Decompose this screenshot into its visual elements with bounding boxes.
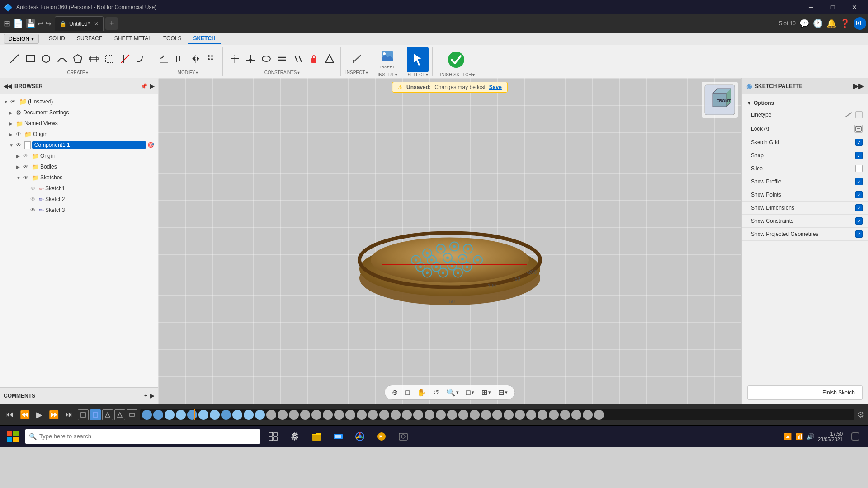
- fillet-tool-button[interactable]: [134, 50, 148, 68]
- tab-sheet-metal[interactable]: SHEET METAL: [109, 33, 157, 44]
- tree-item-bodies[interactable]: ▶ 👁 📁 Bodies: [0, 161, 158, 172]
- comments-add-icon[interactable]: +: [144, 393, 147, 399]
- linetype-icon-2[interactable]: [855, 111, 863, 118]
- timeline-event[interactable]: [515, 410, 525, 420]
- measure-button[interactable]: [349, 50, 364, 68]
- tree-item-named-views[interactable]: ▶ 📁 Named Views: [0, 118, 158, 129]
- triangle-constraint-button[interactable]: [322, 50, 337, 68]
- finish-sketch-palette-button[interactable]: Finish Sketch: [747, 385, 863, 400]
- chrome-button[interactable]: [351, 427, 369, 446]
- tree-item-sketch3[interactable]: 👁 ✏ Sketch3: [0, 205, 158, 216]
- eye-icon[interactable]: 👁: [10, 99, 18, 105]
- bell-icon[interactable]: 🔔: [826, 19, 836, 28]
- timeline-event[interactable]: [165, 410, 175, 420]
- grid-button[interactable]: ⊞▾: [480, 387, 493, 398]
- new-tab-button[interactable]: +: [105, 17, 118, 30]
- comments-expand-icon[interactable]: ▶: [150, 393, 154, 399]
- timeline-event[interactable]: [571, 410, 581, 420]
- timeline-event[interactable]: [232, 410, 242, 420]
- timeline-event[interactable]: [379, 410, 389, 420]
- eye-icon[interactable]: 👁: [23, 164, 30, 170]
- eye-icon[interactable]: 👁: [30, 207, 38, 213]
- show-dimensions-checkbox[interactable]: ✓: [855, 204, 863, 211]
- tab-sketch[interactable]: SKETCH: [188, 33, 221, 44]
- user-avatar[interactable]: KH: [854, 17, 866, 30]
- perp-constraint-button[interactable]: [243, 50, 258, 68]
- lock-constraint-button[interactable]: [307, 50, 321, 68]
- timeline-event[interactable]: [481, 410, 491, 420]
- design-button[interactable]: DESIGN▾: [4, 34, 39, 44]
- timeline-event[interactable]: [594, 410, 604, 420]
- tree-item-origin-2[interactable]: ▶ 👁 📁 Origin: [0, 150, 158, 161]
- timeline-event[interactable]: [300, 410, 310, 420]
- timeline-event[interactable]: [458, 410, 468, 420]
- tree-item-doc-settings[interactable]: ▶ ⚙ Document Settings: [0, 107, 158, 118]
- timeline-event[interactable]: [176, 410, 186, 420]
- file-explorer-button[interactable]: [307, 427, 326, 446]
- timeline-event[interactable]: [425, 410, 434, 420]
- tab-tools[interactable]: TOOLS: [158, 33, 187, 44]
- timeline-event[interactable]: [504, 410, 514, 420]
- select-button[interactable]: [407, 47, 429, 72]
- square-tool-button[interactable]: [102, 50, 117, 68]
- show-constraints-checkbox[interactable]: ✓: [855, 217, 863, 225]
- timeline-event[interactable]: [402, 410, 412, 420]
- equal-constraint-button[interactable]: [275, 50, 289, 68]
- timeline-event[interactable]: [368, 410, 378, 420]
- volume-icon[interactable]: 🔊: [807, 433, 814, 440]
- marker-btn-5[interactable]: [127, 409, 137, 420]
- chat-icon[interactable]: 💬: [799, 19, 809, 28]
- timeline-event[interactable]: [334, 410, 344, 420]
- circle-tool-button[interactable]: [39, 50, 53, 68]
- hv-constraint-button[interactable]: [227, 50, 242, 68]
- collapse-browser-icon[interactable]: ◀◀: [4, 83, 12, 89]
- file-icon[interactable]: 📄: [13, 19, 23, 28]
- timeline-event[interactable]: [526, 410, 536, 420]
- pattern-button[interactable]: [204, 50, 219, 68]
- eye-icon[interactable]: 👁: [30, 196, 38, 202]
- timeline-event[interactable]: [311, 410, 321, 420]
- ellipse-constraint-button[interactable]: [259, 50, 274, 68]
- tree-item-origin[interactable]: ▶ 👁 📁 Origin: [0, 129, 158, 140]
- timeline-event[interactable]: [153, 410, 163, 420]
- app-menu-icon[interactable]: ⊞: [4, 19, 10, 28]
- timeline-event[interactable]: [323, 410, 333, 420]
- mirror-button[interactable]: [189, 50, 203, 68]
- timeline-prev-button[interactable]: ⏪: [18, 409, 32, 421]
- timeline-end-button[interactable]: ⏭: [63, 409, 75, 420]
- clock[interactable]: 17:50 23/05/2021: [818, 431, 843, 442]
- timeline-settings-button[interactable]: ⚙: [857, 410, 864, 420]
- options-section-header[interactable]: ▼ Options: [742, 98, 868, 108]
- close-button[interactable]: ✕: [844, 0, 864, 14]
- zoom-button[interactable]: 🔍▾: [444, 387, 461, 398]
- display-mode-button[interactable]: □▾: [464, 388, 476, 398]
- notification-button[interactable]: [846, 427, 864, 446]
- tab-solid[interactable]: SOLID: [43, 33, 71, 44]
- timeline-event[interactable]: [289, 410, 299, 420]
- eye-icon[interactable]: 👁: [30, 185, 38, 192]
- timeline-event[interactable]: [142, 410, 152, 420]
- redo-icon[interactable]: ↪: [45, 19, 51, 28]
- fit-view-button[interactable]: □: [403, 388, 411, 398]
- tab-surface[interactable]: SURFACE: [71, 33, 108, 44]
- hline-tool-button[interactable]: [86, 50, 101, 68]
- show-points-checkbox[interactable]: ✓: [855, 191, 863, 198]
- insert-image-button[interactable]: INSERT: [377, 47, 398, 72]
- tree-item-component[interactable]: ▼ 👁 □ Component1:1 🎯: [0, 140, 158, 150]
- timeline-track[interactable]: [140, 409, 854, 420]
- minimize-button[interactable]: ─: [801, 0, 821, 14]
- search-input[interactable]: [39, 433, 257, 440]
- eye-icon[interactable]: 👁: [16, 131, 23, 137]
- timeline-event[interactable]: [357, 410, 367, 420]
- tab-close-icon[interactable]: ✕: [94, 21, 99, 27]
- taskview-button[interactable]: [264, 427, 282, 446]
- browser-button[interactable]: [394, 427, 412, 446]
- timeline-event[interactable]: [549, 410, 559, 420]
- timeline-event[interactable]: [345, 410, 355, 420]
- snap-checkbox[interactable]: ✓: [855, 152, 863, 159]
- show-profile-checkbox[interactable]: ✓: [855, 178, 863, 185]
- timeline-event[interactable]: [391, 410, 401, 420]
- parallel-constraint-button[interactable]: [291, 50, 305, 68]
- palette-pin-icon[interactable]: ▶▶: [853, 82, 863, 90]
- network-status-icon[interactable]: 📶: [795, 433, 803, 440]
